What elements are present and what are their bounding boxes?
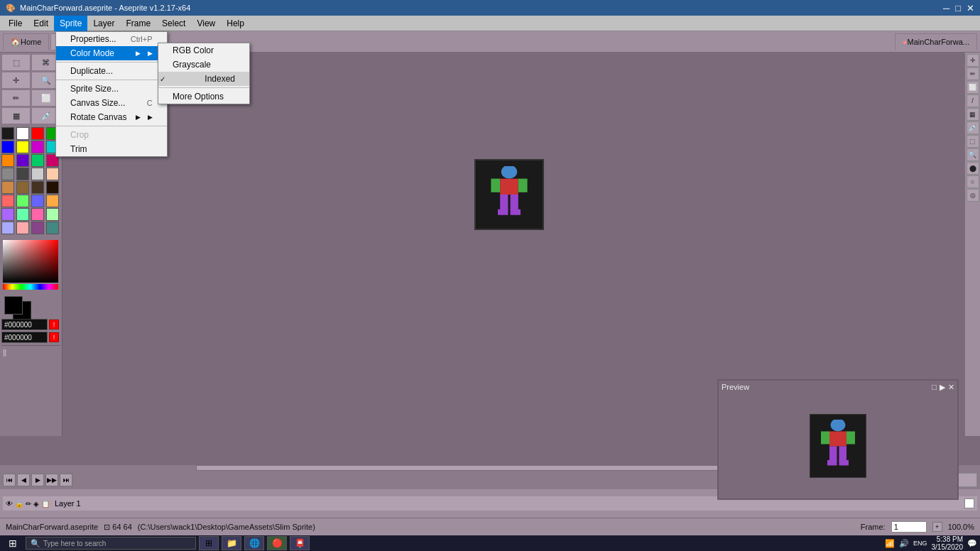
submenu-rgb-color[interactable]: RGB Color — [158, 43, 249, 58]
sprite-tab[interactable]: ● MainCharForwa... — [895, 33, 977, 50]
rt-eyedropper-tool[interactable]: 💉 — [967, 121, 979, 134]
maximize-button[interactable]: □ — [955, 3, 961, 13]
taskbar-notification-icon[interactable]: 💬 — [967, 539, 977, 548]
swatch-purple[interactable] — [16, 154, 29, 167]
close-button[interactable]: ✕ — [967, 3, 974, 13]
taskbar-clock[interactable]: 5:38 PM 3/15/2020 — [932, 535, 964, 551]
layer-cel-icon[interactable]: ◈ — [33, 500, 39, 508]
swatch-orange[interactable] — [1, 154, 14, 167]
swatch-tan[interactable] — [1, 181, 14, 194]
taskbar-mail-app[interactable]: 📮 — [290, 536, 310, 550]
bg-color-hex[interactable]: #000000 — [1, 332, 48, 343]
layer-type-icon[interactable]: ✏ — [26, 500, 31, 508]
start-button[interactable]: ⊞ — [3, 536, 23, 550]
gradient-picker[interactable] — [3, 240, 58, 283]
tl-next-frame[interactable]: ▶▶ — [45, 474, 58, 486]
fg-color-hex[interactable]: #000000 — [1, 319, 48, 330]
swatch-gray[interactable] — [1, 168, 14, 180]
rt-contour-tool[interactable]: ◎ — [967, 189, 979, 202]
tl-prev-frame[interactable]: ◀ — [17, 474, 30, 486]
rt-line-tool[interactable]: / — [967, 94, 979, 107]
menu-canvas-size[interactable]: Canvas Size... C — [56, 96, 167, 110]
swatch-yellow[interactable] — [16, 141, 29, 153]
minimize-button[interactable]: ─ — [943, 3, 949, 13]
swatch-light-gray[interactable] — [31, 168, 44, 180]
tl-first-frame[interactable]: ⏮ — [3, 474, 16, 486]
foreground-color-swatch[interactable] — [4, 296, 23, 315]
swatch-lavender[interactable] — [1, 208, 14, 221]
tool-move[interactable]: ✛ — [1, 72, 31, 89]
menu-duplicate[interactable]: Duplicate... — [56, 64, 167, 78]
preview-play-button[interactable]: ▶ — [940, 383, 945, 392]
swatch-blue[interactable] — [1, 141, 14, 153]
swatch-hot-pink[interactable] — [31, 208, 44, 221]
rt-extra-tool[interactable]: ⬤ — [967, 162, 979, 175]
rt-fill-tool[interactable]: ▦ — [967, 108, 979, 121]
menu-edit[interactable]: Edit — [28, 16, 54, 31]
swatch-light-blue[interactable] — [31, 195, 44, 207]
tool-fill[interactable]: ▦ — [1, 107, 31, 124]
tool-pencil[interactable]: ✏ — [1, 89, 31, 107]
menu-select[interactable]: Select — [156, 16, 191, 31]
hue-slider[interactable] — [3, 284, 58, 290]
swatch-black[interactable] — [1, 127, 14, 140]
layer-visibility-icon[interactable]: 👁 — [6, 500, 13, 508]
frame-increment[interactable]: + — [932, 522, 942, 532]
menu-color-mode[interactable]: Color Mode ▶ — [56, 46, 167, 60]
swatch-mint[interactable] — [16, 208, 29, 221]
menu-file[interactable]: File — [3, 16, 28, 31]
swatch-white[interactable] — [16, 127, 29, 140]
swatch-violet[interactable] — [31, 222, 44, 234]
submenu-grayscale[interactable]: Grayscale — [158, 58, 249, 72]
rt-shape-tool[interactable]: ○ — [967, 175, 979, 188]
bg-warning-icon[interactable]: ! — [49, 332, 59, 342]
task-view-button[interactable]: ⊞ — [199, 536, 219, 550]
menu-sprite[interactable]: Sprite — [54, 16, 87, 31]
menu-layer[interactable]: Layer — [87, 16, 120, 31]
swatch-red[interactable] — [31, 127, 44, 140]
swatch-brown[interactable] — [16, 181, 29, 194]
rt-move-tool[interactable]: ✛ — [967, 54, 979, 67]
swatch-darkest[interactable] — [46, 181, 59, 194]
layer-color-chip[interactable] — [964, 498, 974, 508]
rt-zoom-tool[interactable]: 🔍 — [967, 148, 979, 161]
layer-name[interactable]: Layer 1 — [52, 499, 962, 508]
menu-trim[interactable]: Trim — [56, 142, 167, 156]
menu-help[interactable]: Help — [221, 16, 250, 31]
swatch-light-green[interactable] — [16, 195, 29, 207]
swatch-light-red[interactable] — [1, 195, 14, 207]
canvas-area[interactable] — [62, 53, 964, 436]
swatch-sea-green[interactable] — [46, 222, 59, 234]
menu-view[interactable]: View — [191, 16, 221, 31]
swatch-light-orange[interactable] — [46, 195, 59, 207]
tl-last-frame[interactable]: ⏭ — [60, 474, 72, 486]
taskbar-aseprite-app[interactable]: 🔴 — [267, 536, 287, 550]
tool-select[interactable]: ⬚ — [1, 54, 31, 71]
menu-sprite-size[interactable]: Sprite Size... — [56, 82, 167, 96]
swatch-teal[interactable] — [31, 154, 44, 167]
taskbar-folder-app[interactable]: 📁 — [222, 536, 241, 550]
rt-eraser-tool[interactable]: ⬜ — [967, 81, 979, 94]
swatch-dark-gray[interactable] — [16, 168, 29, 180]
tl-play[interactable]: ▶ — [31, 474, 44, 486]
swatch-pale-green[interactable] — [46, 208, 59, 221]
submenu-more-options[interactable]: More Options — [158, 89, 249, 104]
preview-restore-button[interactable]: □ — [932, 383, 937, 392]
titlebar-controls[interactable]: ─ □ ✕ — [943, 3, 974, 13]
menu-frame[interactable]: Frame — [120, 16, 156, 31]
menu-rotate-canvas[interactable]: Rotate Canvas ▶ — [56, 110, 167, 124]
swatch-pale-red[interactable] — [16, 222, 29, 234]
layer-copy-icon[interactable]: 📋 — [41, 500, 50, 508]
rt-select-tool[interactable]: ⬚ — [967, 135, 979, 148]
submenu-indexed[interactable]: Indexed — [158, 72, 249, 86]
swatch-peach[interactable] — [46, 168, 59, 180]
layer-lock-icon[interactable]: 🔒 — [15, 500, 23, 508]
menu-properties[interactable]: Properties... Ctrl+P — [56, 32, 167, 46]
swatch-dark-brown[interactable] — [31, 181, 44, 194]
fg-warning-icon[interactable]: ! — [49, 320, 59, 329]
rt-pen-tool[interactable]: ✏ — [967, 67, 979, 80]
swatch-pale-blue[interactable] — [1, 222, 14, 234]
taskbar-browser-app[interactable]: 🌐 — [244, 536, 264, 550]
preview-close-button[interactable]: ✕ — [948, 383, 954, 392]
home-tab[interactable]: 🏠 Home — [3, 33, 49, 50]
